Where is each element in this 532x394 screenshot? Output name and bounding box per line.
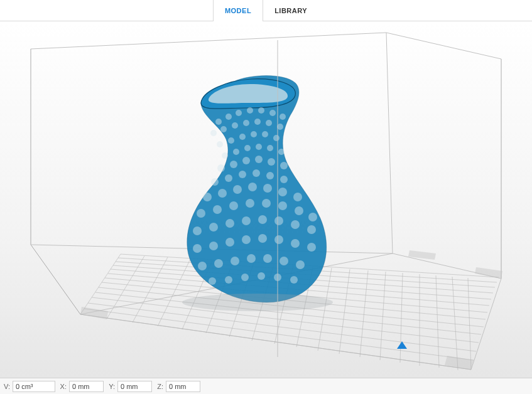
svg-line-7	[471, 279, 501, 370]
tab-bar: MODEL LIBRARY	[0, 0, 532, 21]
tab-model[interactable]: MODEL	[213, 0, 263, 21]
svg-point-90	[296, 260, 305, 269]
svg-point-89	[280, 257, 288, 265]
svg-point-97	[182, 294, 333, 311]
x-label: X:	[59, 383, 67, 390]
tab-model-label: MODEL	[225, 7, 251, 14]
z-label: Z:	[156, 383, 163, 390]
svg-point-41	[217, 164, 225, 172]
svg-point-74	[291, 220, 300, 229]
svg-point-70	[225, 219, 234, 228]
volume-field: V:	[3, 381, 55, 392]
svg-point-75	[307, 225, 316, 234]
svg-point-24	[232, 122, 238, 129]
svg-point-65	[278, 201, 287, 210]
svg-point-93	[241, 274, 249, 281]
svg-point-22	[210, 130, 217, 136]
svg-point-36	[233, 149, 239, 155]
svg-point-78	[225, 238, 234, 247]
svg-point-52	[280, 176, 288, 183]
svg-point-85	[214, 259, 223, 268]
svg-point-48	[225, 174, 232, 182]
x-field: X:	[59, 381, 104, 392]
svg-point-29	[217, 141, 223, 147]
svg-point-87	[247, 254, 256, 263]
tab-library[interactable]: LIBRARY	[263, 0, 319, 21]
svg-point-57	[263, 184, 272, 193]
svg-marker-12	[445, 356, 474, 370]
svg-point-20	[269, 110, 276, 116]
svg-point-43	[242, 157, 250, 164]
svg-point-82	[291, 239, 300, 248]
y-label: Y:	[107, 383, 115, 390]
svg-point-19	[258, 107, 264, 114]
volume-input[interactable]	[13, 381, 55, 392]
svg-point-50	[252, 169, 260, 177]
svg-point-26	[254, 119, 261, 125]
y-field: Y:	[107, 381, 152, 392]
3d-viewport[interactable]	[0, 21, 532, 378]
svg-point-47	[211, 178, 219, 186]
svg-point-55	[233, 185, 242, 194]
svg-point-49	[239, 171, 246, 178]
svg-point-31	[239, 134, 246, 140]
svg-point-54	[218, 189, 227, 198]
svg-point-44	[255, 156, 263, 163]
svg-point-81	[274, 235, 283, 244]
svg-point-18	[247, 107, 253, 114]
svg-point-96	[290, 276, 298, 284]
svg-point-64	[262, 199, 271, 208]
svg-point-71	[242, 216, 251, 225]
svg-point-84	[198, 262, 207, 270]
svg-point-16	[225, 114, 232, 120]
svg-point-53	[203, 193, 212, 201]
svg-point-40	[278, 149, 285, 155]
svg-point-63	[246, 199, 254, 208]
volume-label: V:	[3, 383, 10, 390]
svg-point-72	[258, 215, 267, 224]
model-object-vase[interactable]	[182, 76, 333, 312]
svg-point-68	[193, 226, 202, 235]
svg-point-56	[248, 183, 257, 191]
svg-point-38	[256, 144, 262, 150]
svg-point-80	[258, 234, 267, 243]
svg-point-58	[278, 188, 287, 196]
svg-line-1	[386, 33, 501, 59]
svg-point-15	[215, 119, 222, 125]
svg-point-34	[273, 135, 280, 141]
svg-point-51	[266, 172, 274, 179]
svg-point-86	[231, 257, 239, 265]
svg-point-17	[236, 110, 242, 116]
z-field: Z:	[156, 381, 200, 392]
svg-point-23	[220, 126, 227, 132]
svg-point-83	[307, 243, 316, 252]
svg-point-79	[242, 235, 251, 244]
svg-point-45	[268, 158, 275, 166]
svg-line-4	[31, 245, 80, 314]
svg-point-21	[280, 114, 286, 120]
svg-point-94	[258, 272, 265, 280]
svg-point-32	[251, 131, 257, 137]
svg-point-61	[213, 205, 222, 214]
svg-point-62	[229, 201, 238, 210]
z-input[interactable]	[166, 381, 200, 392]
svg-point-66	[295, 206, 303, 215]
svg-point-46	[280, 162, 288, 169]
status-bar: V: X: Y: Z:	[0, 378, 532, 394]
svg-point-76	[193, 244, 202, 253]
y-input[interactable]	[117, 381, 152, 392]
svg-point-73	[274, 216, 283, 225]
svg-point-27	[266, 120, 272, 126]
x-input[interactable]	[69, 381, 104, 392]
svg-point-88	[263, 254, 272, 263]
svg-line-0	[31, 33, 386, 49]
svg-point-60	[197, 209, 205, 218]
svg-point-92	[225, 276, 232, 284]
svg-point-42	[230, 161, 237, 168]
svg-point-67	[308, 213, 317, 221]
viewport-canvas	[0, 21, 532, 378]
svg-point-35	[222, 152, 228, 159]
svg-point-33	[262, 131, 268, 137]
svg-point-91	[209, 277, 216, 285]
svg-point-77	[209, 242, 218, 250]
